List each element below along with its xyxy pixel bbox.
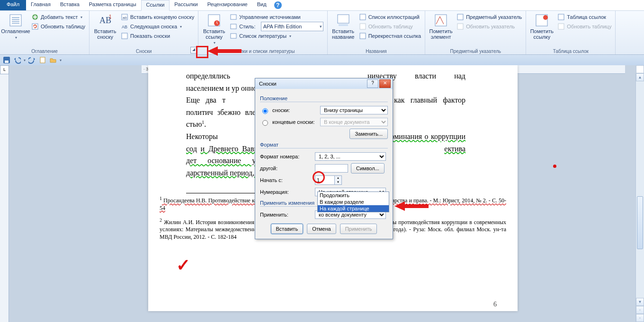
label-number-format: Формат номера:	[260, 154, 312, 159]
tab-mailings[interactable]: Рассылки	[170, 0, 202, 10]
svg-text:AB: AB	[122, 25, 127, 29]
cancel-button[interactable]: Отмена	[307, 224, 336, 234]
svg-rect-31	[5, 61, 9, 63]
start-at-input[interactable]	[315, 176, 334, 184]
mark-icon	[433, 13, 448, 28]
next-footnote-button[interactable]: ABСледующая сноска	[120, 22, 195, 31]
next-page-icon[interactable]: ◦	[636, 314, 644, 322]
svg-rect-17	[231, 34, 236, 38]
close-button[interactable]: ✕	[379, 79, 391, 88]
refresh-icon	[31, 23, 39, 30]
svg-rect-29	[558, 24, 564, 29]
index-icon	[456, 13, 464, 21]
label-endnotes: концевые сноски:	[272, 119, 317, 125]
label-numbering: Нумерация:	[260, 189, 312, 195]
update-captions-button[interactable]: Обновить таблицу	[358, 22, 422, 31]
radio-footnotes[interactable]	[262, 108, 268, 114]
tab-selector[interactable]: L	[0, 65, 9, 74]
toa2-icon	[557, 13, 565, 21]
footnote-location-select[interactable]: Внизу страницы	[320, 106, 388, 114]
mark-citation-button[interactable]: Пометить ссылку	[529, 12, 555, 48]
label-apply-to: Применить:	[260, 212, 312, 218]
new-icon[interactable]	[39, 56, 46, 64]
tab-review[interactable]: Рецензирование	[203, 0, 252, 10]
refresh-icon	[557, 23, 565, 30]
toc-label: Оглавление	[1, 29, 30, 35]
svg-rect-12	[122, 33, 127, 39]
numbering-dropdown-list[interactable]: Продолжить В каждом разделе На каждой ст…	[317, 191, 389, 212]
update-toa-button[interactable]: Обновить таблицу	[556, 22, 612, 31]
undo-dd[interactable]: ▾	[24, 58, 26, 62]
show-notes-button[interactable]: Показать сноски	[120, 32, 195, 40]
open-icon[interactable]	[49, 56, 57, 64]
ruler-toggle[interactable]	[636, 65, 644, 73]
tab-pagelayout[interactable]: Разметка страницы	[84, 0, 141, 10]
help-button[interactable]: ?	[367, 79, 378, 88]
update-index-button[interactable]: Обновить указатель	[456, 22, 523, 31]
section-format: Формат	[260, 142, 388, 148]
menu-bar: Файл Главная Вставка Разметка страницы С…	[0, 0, 644, 11]
insert-index-button[interactable]: Предметный указатель	[456, 13, 523, 21]
svg-rect-16	[231, 24, 236, 29]
cross-ref-button[interactable]: Перекрестная ссылка	[358, 32, 422, 40]
insert-footnote-button[interactable]: AB1 Вставить сноску	[92, 12, 118, 48]
redo-icon[interactable]	[28, 56, 36, 64]
tab-view[interactable]: Вид	[252, 0, 271, 10]
footnotes-launcher[interactable]: ◢	[190, 47, 197, 53]
scroll-down-icon[interactable]: ▼	[636, 298, 644, 306]
help-icon[interactable]: ?	[274, 1, 282, 9]
spin-up-icon[interactable]: ▲	[335, 176, 341, 180]
insert-toa-button[interactable]: Таблица ссылок	[556, 13, 612, 21]
refresh-icon	[456, 23, 464, 30]
convert-button[interactable]: Заменить...	[349, 129, 388, 139]
toc-button[interactable]: Оглавление	[3, 12, 28, 48]
spin-down-icon[interactable]: ▼	[335, 180, 341, 184]
qat-dd[interactable]: ▾	[60, 58, 62, 62]
group-footnotes: AB1 Вставить сноску abВставить концевую …	[89, 11, 198, 54]
vertical-scrollbar[interactable]: ▲ ▼ ◦ ◦	[635, 73, 644, 322]
group-toa-label: Таблица ссылок	[529, 48, 612, 54]
scroll-thumb[interactable]	[637, 196, 643, 249]
opt-continue[interactable]: Продолжить	[318, 192, 389, 199]
dialog-titlebar[interactable]: Сноски ? ✕	[255, 78, 393, 89]
number-format-select[interactable]: 1, 2, 3, ...	[315, 152, 386, 161]
group-index-label: Предметный указатель	[428, 48, 523, 54]
add-text-button[interactable]: Добавить текст	[30, 13, 86, 21]
tab-file[interactable]: Файл	[0, 0, 26, 10]
custom-mark-input[interactable]	[315, 164, 348, 173]
scroll-up-icon[interactable]: ▲	[636, 73, 644, 81]
list-figures-button[interactable]: Список иллюстраций	[358, 13, 422, 21]
update-toc-button[interactable]: Обновить таблицу	[30, 22, 86, 31]
group-toa: Пометить ссылку Таблица ссылок Обновить …	[526, 11, 616, 54]
svg-rect-23	[435, 15, 447, 26]
insert-citation-button[interactable]: Вставить ссылку	[201, 12, 227, 48]
tab-home[interactable]: Главная	[26, 0, 55, 10]
opt-each-page[interactable]: На каждой странице	[318, 205, 389, 212]
endnote-icon: ab	[121, 13, 128, 21]
svg-rect-6	[32, 24, 38, 29]
insert-button[interactable]: Вставить	[271, 224, 304, 234]
group-citations: Вставить ссылку Управление источниками С…	[198, 11, 327, 54]
label-footnotes: сноски:	[272, 107, 317, 113]
tab-references[interactable]: Ссылки	[141, 0, 170, 11]
toc-icon	[8, 13, 23, 28]
symbol-button[interactable]: Символ...	[351, 163, 385, 174]
radio-endnotes[interactable]	[262, 120, 268, 126]
svg-rect-22	[360, 33, 366, 39]
list-icon	[359, 13, 367, 21]
start-at-spinner[interactable]: ▲▼	[315, 175, 342, 185]
prev-page-icon[interactable]: ◦	[636, 306, 644, 314]
save-icon[interactable]	[3, 56, 10, 64]
tab-insert[interactable]: Вставка	[55, 0, 84, 10]
opt-each-section[interactable]: В каждом разделе	[318, 199, 389, 205]
mark-entry-button[interactable]: Пометить элемент	[428, 12, 454, 48]
bibliography-button[interactable]: Список литературы	[229, 32, 324, 40]
undo-icon[interactable]	[13, 56, 21, 64]
insert-endnote-button[interactable]: abВставить концевую сноску	[120, 13, 195, 21]
style-combo[interactable]: APA Fifth Edition	[261, 22, 323, 31]
manage-sources-button[interactable]: Управление источниками	[229, 13, 324, 21]
insert-caption-label: Вставить название	[331, 29, 356, 40]
toa-icon	[534, 13, 549, 28]
insert-caption-button[interactable]: Вставить название	[331, 12, 356, 48]
group-citations-label: Ссылки и списки литературы	[201, 48, 324, 54]
